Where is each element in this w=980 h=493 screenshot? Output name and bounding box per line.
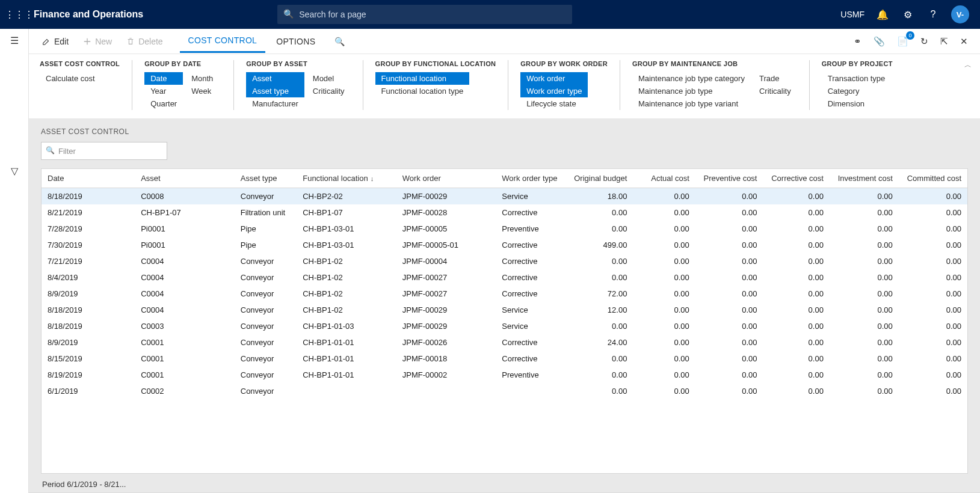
- close-icon[interactable]: ✕: [955, 32, 973, 51]
- cell-actual: 0.00: [633, 221, 695, 237]
- avatar[interactable]: V-: [951, 5, 969, 23]
- cell-committed: 0.00: [899, 367, 967, 383]
- group-criticality-mj-button[interactable]: Criticality: [753, 85, 797, 97]
- cell-wo_type: Corrective: [496, 286, 566, 302]
- cell-actual: 0.00: [633, 318, 695, 334]
- cell-orig_budget: 12.00: [566, 302, 633, 318]
- col-preventive-cost[interactable]: Preventive cost: [695, 169, 763, 188]
- office-icon[interactable]: 📎: [869, 32, 890, 51]
- col-asset[interactable]: Asset: [135, 169, 235, 188]
- grid-heading: ASSET COST CONTROL: [41, 127, 968, 136]
- group-mjt-button[interactable]: Maintenance job type: [632, 85, 751, 97]
- group-by-functional-location: GROUP BY FUNCTIONAL LOCATION Functional …: [363, 60, 508, 110]
- table-row[interactable]: 8/21/2019CH-BP1-07Filtration unitCH-BP1-…: [42, 204, 967, 221]
- cell-investment: 0.00: [830, 302, 899, 318]
- table-row[interactable]: 7/28/2019Pi0001PipeCH-BP1-03-01JPMF-0000…: [42, 221, 967, 237]
- cell-committed: 0.00: [899, 253, 967, 269]
- cell-actual: 0.00: [633, 269, 695, 286]
- table-row[interactable]: 7/21/2019C0004ConveyorCH-BP1-02JPMF-0000…: [42, 253, 967, 269]
- table-row[interactable]: 8/18/2019C0003ConveyorCH-BP1-01-03JPMF-0…: [42, 318, 967, 334]
- col-investment-cost[interactable]: Investment cost: [830, 169, 899, 188]
- cell-fl: [297, 383, 396, 399]
- cell-committed: 0.00: [899, 188, 967, 205]
- global-header: ⋮⋮⋮ Finance and Operations 🔍 USMF 🔔 ⚙ ? …: [0, 0, 980, 29]
- tab-cost-control[interactable]: COST CONTROL: [180, 29, 266, 53]
- popout-icon[interactable]: ⇱: [935, 32, 953, 51]
- col-date[interactable]: Date: [42, 169, 135, 188]
- cell-corrective: 0.00: [763, 188, 829, 205]
- group-by-asset: GROUP BY ASSET Asset Asset type Manufact…: [233, 60, 362, 110]
- group-criticality-asset-button[interactable]: Criticality: [307, 85, 351, 97]
- cell-date: 8/18/2019: [42, 302, 135, 318]
- attach-icon[interactable]: 📄0: [892, 32, 913, 51]
- link-icon[interactable]: ⚭: [849, 32, 866, 51]
- group-transaction-type-button[interactable]: Transaction type: [822, 72, 892, 85]
- table-row[interactable]: 8/18/2019C0008ConveyorCH-BP2-02JPMF-0002…: [42, 188, 967, 205]
- group-manufacturer-button[interactable]: Manufacturer: [246, 97, 304, 110]
- table-row[interactable]: 8/4/2019C0004ConveyorCH-BP1-02JPMF-00027…: [42, 269, 967, 286]
- cell-preventive: 0.00: [695, 204, 763, 221]
- cell-date: 8/21/2019: [42, 204, 135, 221]
- group-dimension-button[interactable]: Dimension: [822, 97, 892, 110]
- chevron-up-icon[interactable]: ︿: [964, 60, 972, 70]
- cell-wo: JPMF-00027: [396, 269, 496, 286]
- cell-preventive: 0.00: [695, 221, 763, 237]
- group-month-button[interactable]: Month: [185, 72, 221, 85]
- cell-fl: CH-BP1-02: [297, 253, 396, 269]
- group-mjtc-button[interactable]: Maintenance job type category: [632, 72, 751, 85]
- table-row[interactable]: 6/1/2019C0002Conveyor0.000.000.000.000.0…: [42, 383, 967, 399]
- help-icon[interactable]: ?: [926, 9, 940, 20]
- hamburger-icon[interactable]: ☰: [10, 35, 19, 46]
- company-code[interactable]: USMF: [840, 10, 864, 19]
- col-corrective-cost[interactable]: Corrective cost: [763, 169, 829, 188]
- group-mjtv-button[interactable]: Maintenance job type variant: [632, 97, 751, 110]
- group-asset-type-button[interactable]: Asset type: [246, 85, 304, 97]
- group-date-button[interactable]: Date: [144, 72, 183, 85]
- table-row[interactable]: 7/30/2019Pi0001PipeCH-BP1-03-01JPMF-0000…: [42, 237, 967, 253]
- cell-fl: CH-BP1-03-01: [297, 237, 396, 253]
- gear-icon[interactable]: ⚙: [901, 9, 915, 20]
- group-wo-type-button[interactable]: Work order type: [520, 85, 588, 97]
- tab-search[interactable]: 🔍: [326, 31, 353, 52]
- tab-options[interactable]: OPTIONS: [268, 31, 324, 52]
- waffle-icon[interactable]: ⋮⋮⋮: [5, 9, 29, 20]
- cell-asset_type: Conveyor: [235, 383, 297, 399]
- group-lifecycle-button[interactable]: Lifecycle state: [520, 97, 588, 110]
- edit-button[interactable]: Edit: [36, 33, 75, 50]
- group-week-button[interactable]: Week: [185, 85, 221, 97]
- refresh-icon[interactable]: ↻: [916, 32, 933, 51]
- cell-corrective: 0.00: [763, 221, 829, 237]
- col-original-budget[interactable]: Original budget: [566, 169, 633, 188]
- col-work-order-type[interactable]: Work order type: [496, 169, 566, 188]
- table-row[interactable]: 8/19/2019C0001ConveyorCH-BP1-01-01JPMF-0…: [42, 367, 967, 383]
- col-committed-cost[interactable]: Committed cost: [899, 169, 967, 188]
- group-year-button[interactable]: Year: [144, 85, 183, 97]
- group-wo-button[interactable]: Work order: [520, 72, 588, 85]
- col-actual-cost[interactable]: Actual cost: [633, 169, 695, 188]
- cell-asset_type: Conveyor: [235, 302, 297, 318]
- col-functional-location[interactable]: Functional location↓: [297, 169, 396, 188]
- group-fl-type-button[interactable]: Functional location type: [375, 85, 470, 97]
- global-search-input[interactable]: [277, 5, 572, 24]
- table-row[interactable]: 8/9/2019C0004ConveyorCH-BP1-02JPMF-00027…: [42, 286, 967, 302]
- bell-icon[interactable]: 🔔: [875, 9, 890, 20]
- table-row[interactable]: 8/15/2019C0001ConveyorCH-BP1-01-01JPMF-0…: [42, 351, 967, 367]
- table-row[interactable]: 8/9/2019C0001ConveyorCH-BP1-01-01JPMF-00…: [42, 334, 967, 351]
- cell-asset_type: Conveyor: [235, 286, 297, 302]
- col-asset-type[interactable]: Asset type: [235, 169, 297, 188]
- table-row[interactable]: 8/18/2019C0004ConveyorCH-BP1-02JPMF-0002…: [42, 302, 967, 318]
- group-quarter-button[interactable]: Quarter: [144, 97, 183, 110]
- group-model-button[interactable]: Model: [307, 72, 351, 85]
- col-work-order[interactable]: Work order: [396, 169, 496, 188]
- group-category-button[interactable]: Category: [822, 85, 892, 97]
- cell-investment: 0.00: [830, 204, 899, 221]
- cell-orig_budget: 18.00: [566, 188, 633, 205]
- grid-filter-input[interactable]: [41, 142, 167, 160]
- cell-asset: C0001: [135, 351, 235, 367]
- cell-asset: C0008: [135, 188, 235, 205]
- group-asset-button[interactable]: Asset: [246, 72, 304, 85]
- funnel-icon[interactable]: ▽: [11, 165, 18, 177]
- group-trade-button[interactable]: Trade: [753, 72, 797, 85]
- group-fl-button[interactable]: Functional location: [375, 72, 470, 85]
- calculate-cost-button[interactable]: Calculate cost: [40, 72, 101, 85]
